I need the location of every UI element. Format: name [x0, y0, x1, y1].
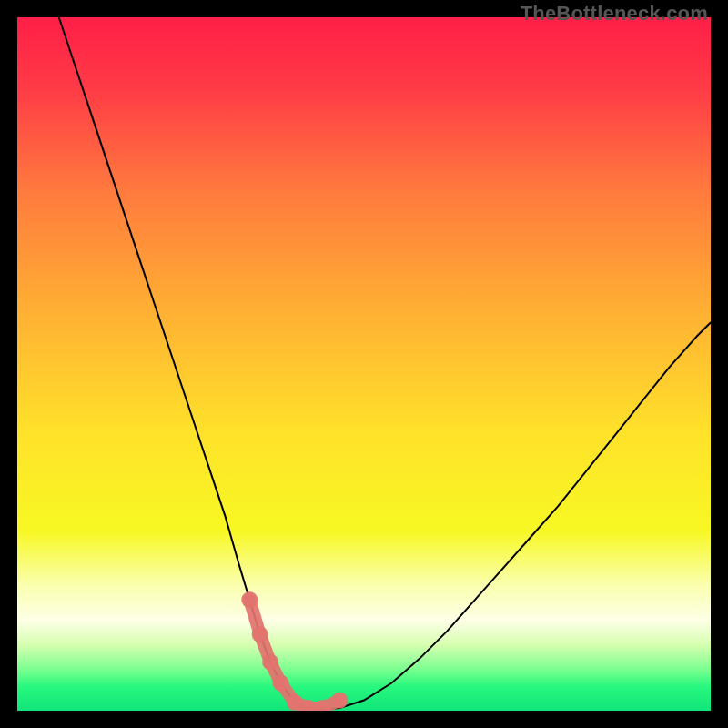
- chart-stage: TheBottleneck.com: [0, 0, 728, 728]
- valley-dot: [262, 654, 278, 671]
- valley-dot: [273, 675, 289, 692]
- plot-area: [17, 17, 711, 711]
- valley-dot: [331, 693, 348, 709]
- watermark-text: TheBottleneck.com: [521, 2, 708, 25]
- valley-dot: [252, 626, 268, 642]
- plot-svg: [17, 17, 711, 711]
- valley-dot: [241, 592, 258, 608]
- gradient-background: [17, 17, 711, 711]
